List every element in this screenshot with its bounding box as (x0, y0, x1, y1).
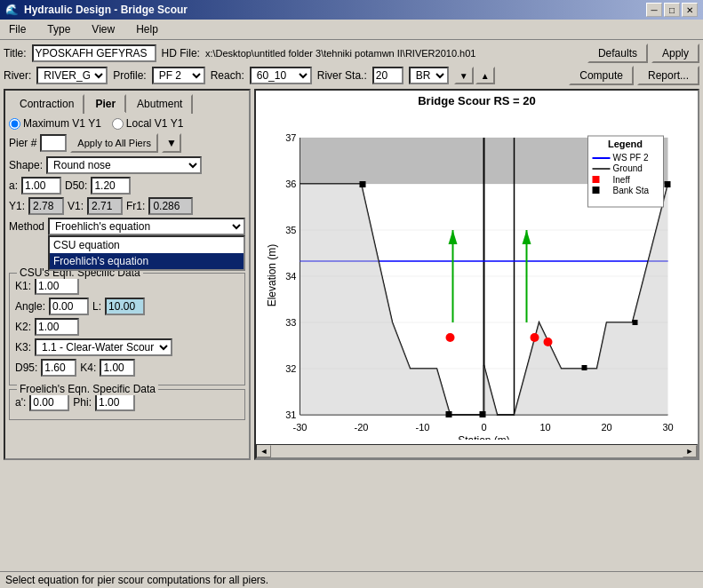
river-sta-input[interactable] (372, 67, 403, 84)
minimize-button[interactable]: ─ (646, 3, 662, 17)
tab-abutment[interactable]: Abutment (126, 94, 193, 114)
river-select[interactable]: RIVER_G (36, 67, 108, 84)
d50-label: D50: (65, 179, 87, 192)
radio-local-label: Local V1 Y1 (126, 117, 184, 130)
v1-label: V1: (68, 200, 84, 212)
y1-v1-fr1-row: Y1: 2.78 V1: 2.71 Fr1: 0.286 (9, 197, 245, 215)
pier-dropdown-button[interactable]: ▼ (162, 133, 181, 153)
k2-input[interactable] (35, 318, 79, 336)
tab-pier[interactable]: Pier (84, 94, 126, 114)
apply-button[interactable]: Apply (651, 44, 699, 63)
title-bar: 🌊 Hydraulic Design - Bridge Scour ─ □ ✕ (0, 0, 703, 20)
svg-rect-39 (446, 411, 452, 417)
k2-label: K2: (15, 321, 31, 333)
pier-row: Pier # Apply to All Piers ▼ (9, 133, 245, 153)
close-button[interactable]: ✕ (682, 3, 698, 17)
title-input[interactable] (32, 44, 156, 62)
svg-text:37: 37 (285, 132, 296, 143)
radio-max-v1y1[interactable]: Maximum V1 Y1 (9, 117, 101, 130)
svg-rect-38 (665, 181, 671, 187)
froehlich-group-title: Froelich's Eqn. Specific Data (17, 383, 158, 395)
phi-label: Phi: (73, 396, 92, 409)
method-label: Method (9, 220, 44, 233)
svg-text:-30: -30 (293, 422, 308, 433)
radio-local-v1y1[interactable]: Local V1 Y1 (112, 117, 184, 130)
left-panel: Contraction Pier Abutment Maximum V1 Y1 … (4, 89, 251, 460)
svg-rect-49 (593, 176, 600, 183)
svg-text:35: 35 (285, 225, 296, 235)
chart-area: Bridge Scour RS = 20 Elevation (m) 37 36… (254, 89, 699, 460)
profile-select[interactable]: PF 2 (152, 67, 205, 84)
scroll-left-button[interactable]: ◄ (257, 445, 271, 457)
maximize-button[interactable]: □ (664, 3, 680, 17)
scroll-right-button[interactable]: ► (683, 445, 697, 457)
svg-text:33: 33 (285, 317, 296, 328)
k1-input[interactable] (35, 277, 79, 295)
l-label: L: (92, 300, 101, 313)
defaults-button[interactable]: Defaults (587, 44, 648, 63)
a-input[interactable] (21, 177, 61, 195)
content-row: Contraction Pier Abutment Maximum V1 Y1 … (4, 89, 699, 460)
a-d50-row: a: D50: (9, 177, 245, 195)
svg-point-34 (446, 333, 455, 342)
action-buttons: Defaults Apply (587, 44, 699, 63)
aprime-label: a': (15, 396, 26, 409)
froehlich-group: Froelich's Eqn. Specific Data a': Phi: (9, 389, 245, 420)
k1-label: K1: (15, 280, 31, 292)
svg-text:30: 30 (662, 422, 673, 433)
fr1-label: Fr1: (126, 200, 145, 212)
svg-text:36: 36 (285, 179, 296, 189)
csu-group: CSU's Eqn. Specific Data K1: Angle: L: (9, 273, 245, 385)
menu-file[interactable]: File (4, 21, 31, 37)
method-dropdown: CSU equation Froehlich's equation (48, 235, 245, 271)
k1-row: K1: (15, 277, 239, 295)
radio-group: Maximum V1 Y1 Local V1 Y1 (9, 117, 245, 130)
tab-contraction[interactable]: Contraction (9, 94, 84, 114)
title-bar-title: Hydraulic Design - Bridge Scour (24, 4, 188, 16)
nav-down-button[interactable]: ▼ (454, 67, 474, 84)
d95-input[interactable] (41, 359, 76, 377)
nav-up-button[interactable]: ▲ (475, 67, 495, 84)
chart-title: Bridge Scour RS = 20 (256, 91, 698, 111)
svg-rect-51 (593, 187, 600, 194)
pier-label: Pier # (9, 137, 36, 149)
menu-help[interactable]: Help (131, 21, 164, 37)
apply-all-piers-button[interactable]: Apply to All Piers (70, 133, 158, 153)
d50-input[interactable] (91, 177, 131, 195)
froehlich-option[interactable]: Froehlich's equation (50, 253, 244, 269)
hd-file-path: x:\Desktop\untitled folder 3\tehniki pot… (205, 48, 582, 59)
k3-select[interactable]: 1.1 - Clear-Water Scour (35, 338, 172, 356)
pier-number-input[interactable] (40, 134, 67, 152)
angle-label: Angle: (15, 300, 45, 313)
csu-option[interactable]: CSU equation (50, 237, 244, 253)
y1-value: 2.78 (28, 197, 64, 215)
v1-value: 2.71 (87, 197, 123, 215)
menu-bar: File Type View Help (0, 20, 703, 40)
angle-l-row: Angle: L: (15, 298, 239, 315)
rs-type-select[interactable]: BR (409, 67, 449, 84)
method-select[interactable]: Froehlich's equation CSU equation (48, 218, 245, 235)
horizontal-scrollbar[interactable]: ◄ ► (256, 444, 698, 458)
svg-text:0: 0 (481, 422, 486, 433)
chart-svg: Elevation (m) 37 36 35 34 33 32 31 (256, 111, 698, 440)
svg-text:31: 31 (285, 409, 296, 420)
aprime-input[interactable] (29, 393, 69, 411)
report-button[interactable]: Report... (637, 66, 699, 85)
menu-type[interactable]: Type (42, 21, 76, 37)
compute-button[interactable]: Compute (569, 66, 634, 85)
reach-select[interactable]: 60_10 (250, 67, 312, 84)
profile-label: Profile: (113, 69, 146, 82)
svg-text:-10: -10 (416, 422, 430, 433)
svg-rect-42 (633, 320, 638, 325)
nav-arrows: ▼ ▲ (454, 67, 495, 84)
a-label: a: (9, 179, 18, 192)
k4-input[interactable] (100, 359, 135, 377)
svg-marker-31 (449, 230, 458, 244)
l-input[interactable] (105, 298, 145, 315)
title-bar-icon: 🌊 (5, 4, 19, 16)
menu-view[interactable]: View (86, 21, 120, 37)
angle-input[interactable] (49, 298, 89, 315)
shape-select[interactable]: Round nose (46, 156, 202, 174)
phi-input[interactable] (95, 393, 135, 411)
svg-text:Ground: Ground (613, 163, 643, 173)
